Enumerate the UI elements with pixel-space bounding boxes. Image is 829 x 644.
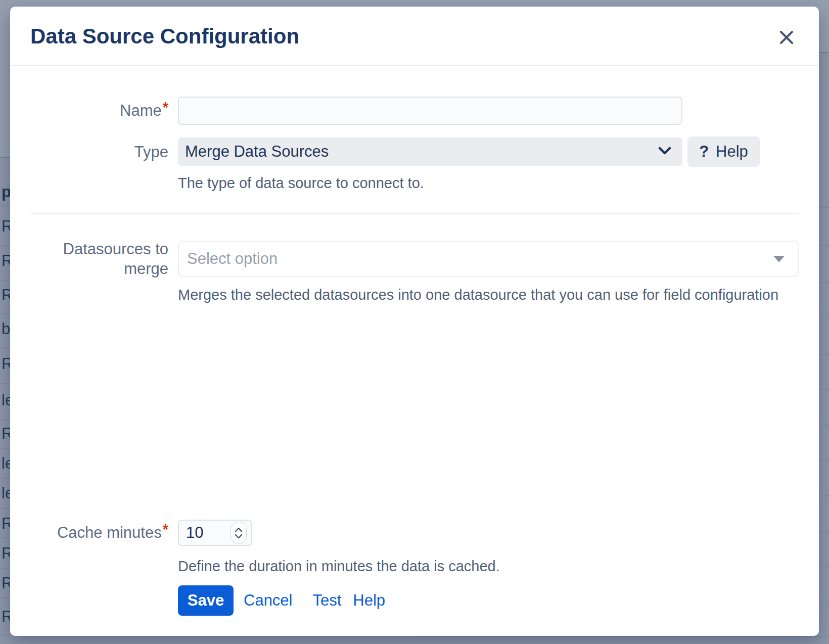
type-help-button[interactable]: ? Help: [687, 136, 760, 167]
cache-description: Define the duration in minutes the data …: [178, 557, 799, 575]
merge-field-row: Datasources to merge Select option: [30, 239, 799, 279]
save-button[interactable]: Save: [178, 585, 234, 616]
type-label: Type: [30, 142, 168, 162]
chevron-down-icon: [657, 146, 672, 158]
page: pe R R R ba R le R le le R R R R Data So…: [0, 0, 829, 644]
merge-label: Datasources to merge: [30, 239, 168, 279]
dialog-title: Data Source Configuration: [30, 25, 799, 48]
dropdown-caret-icon: [773, 256, 785, 262]
required-asterisk: *: [163, 99, 168, 115]
cache-field-row: Cache minutes*: [30, 520, 799, 546]
number-stepper[interactable]: [231, 522, 247, 544]
type-description: The type of data source to connect to.: [178, 174, 799, 192]
dialog-body: Name* Type Merge Data Sources ?: [10, 97, 819, 616]
name-field-row: Name*: [30, 97, 799, 125]
stepper-down-icon: [235, 534, 243, 539]
close-icon: [779, 30, 794, 47]
cache-label: Cache minutes*: [30, 523, 168, 543]
help-button[interactable]: Help: [353, 591, 385, 610]
cancel-button[interactable]: Cancel: [244, 591, 293, 610]
type-field-row: Type Merge Data Sources ? Help: [30, 136, 799, 167]
close-button[interactable]: [776, 28, 797, 48]
required-asterisk: *: [163, 521, 168, 537]
dialog-header: Data Source Configuration: [10, 7, 819, 66]
dialog-actions: Save Cancel Test Help: [178, 585, 799, 616]
data-source-configuration-dialog: Data Source Configuration Name* Type: [10, 7, 819, 636]
stepper-up-icon: [235, 527, 243, 532]
empty-space: [30, 304, 799, 520]
type-help-button-label: Help: [716, 143, 748, 161]
name-input[interactable]: [178, 97, 682, 125]
merge-select[interactable]: Select option: [178, 241, 799, 277]
name-label: Name*: [30, 101, 168, 121]
type-select[interactable]: Merge Data Sources: [178, 137, 682, 166]
merge-description: Merges the selected datasources into one…: [178, 286, 799, 304]
merge-select-placeholder: Select option: [187, 250, 773, 268]
section-divider: [30, 213, 799, 214]
question-mark-icon: ?: [699, 143, 709, 161]
type-selected-value: Merge Data Sources: [185, 143, 657, 161]
test-button[interactable]: Test: [313, 591, 342, 610]
